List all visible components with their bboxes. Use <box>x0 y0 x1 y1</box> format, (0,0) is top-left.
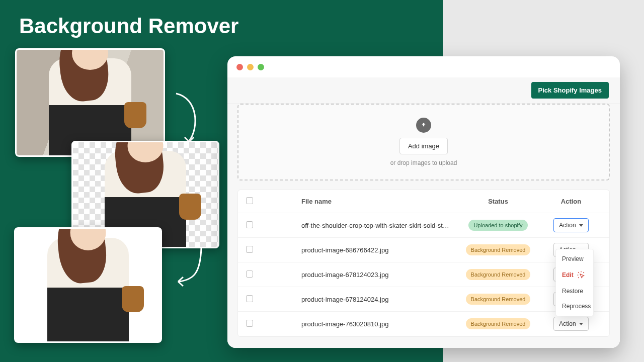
file-name-cell: product-image-686766422.jpg <box>301 246 455 254</box>
row-checkbox[interactable] <box>246 221 253 228</box>
pick-shopify-images-button[interactable]: Pick Shopify Images <box>531 82 609 99</box>
table-row: product-image-686766422.jpgBackground Re… <box>238 238 609 262</box>
action-header: Action <box>541 198 601 205</box>
dropzone-subtext: or drop images to upload <box>252 159 596 166</box>
upload-icon <box>416 118 431 133</box>
table-header: File name Status Action <box>238 190 609 213</box>
chevron-down-icon <box>579 224 583 227</box>
dropdown-edit[interactable]: Edit <box>556 266 593 284</box>
file-name-cell: product-image-678124024.jpg <box>301 296 455 303</box>
minimize-icon[interactable] <box>247 64 254 70</box>
row-action-button[interactable]: Action <box>553 317 588 331</box>
dropzone[interactable]: Add image or drop images to upload <box>237 104 610 180</box>
table-row: product-image-678124024.jpgBackground Re… <box>238 287 609 312</box>
row-checkbox[interactable] <box>246 246 253 253</box>
file-name-cell: product-image-763020810.jpg <box>301 320 455 328</box>
row-action-button[interactable]: Action <box>553 218 588 232</box>
status-header: Status <box>455 198 541 205</box>
dropdown-preview[interactable]: Preview <box>556 251 593 266</box>
file-name-cell: off-the-shoulder-crop-top-with-skater-sk… <box>301 222 455 229</box>
status-badge: Background Removed <box>466 244 531 255</box>
action-dropdown: Preview Edit Restore Reprocess <box>555 249 594 316</box>
status-badge: Uploaded to shopify <box>468 220 527 231</box>
status-badge: Background Removed <box>466 318 531 329</box>
status-badge: Background Removed <box>466 294 531 305</box>
maximize-icon[interactable] <box>258 64 264 70</box>
row-checkbox[interactable] <box>246 270 253 278</box>
close-icon[interactable] <box>236 64 243 70</box>
preview-image-white-bg <box>14 227 162 343</box>
cursor-click-icon <box>577 270 586 280</box>
table-row: product-image-763020810.jpgBackground Re… <box>238 312 609 336</box>
chevron-down-icon <box>579 323 583 325</box>
file-name-cell: product-image-678124023.jpg <box>301 271 455 279</box>
file-name-header: File name <box>301 198 455 205</box>
status-badge: Background Removed <box>466 269 531 280</box>
dropdown-reprocess[interactable]: Reprocess <box>556 299 593 314</box>
add-image-button[interactable]: Add image <box>399 138 448 154</box>
titlebar <box>227 56 620 77</box>
row-checkbox[interactable] <box>246 320 253 327</box>
row-checkbox[interactable] <box>246 295 253 302</box>
page-title: Background Remover <box>19 14 238 38</box>
table-row: off-the-shoulder-crop-top-with-skater-sk… <box>238 213 609 238</box>
table-row: product-image-678124023.jpgBackground Re… <box>238 262 609 287</box>
select-all-checkbox[interactable] <box>246 197 253 204</box>
image-table: File name Status Action off-the-shoulder… <box>237 190 610 337</box>
dropdown-restore[interactable]: Restore <box>556 284 593 299</box>
